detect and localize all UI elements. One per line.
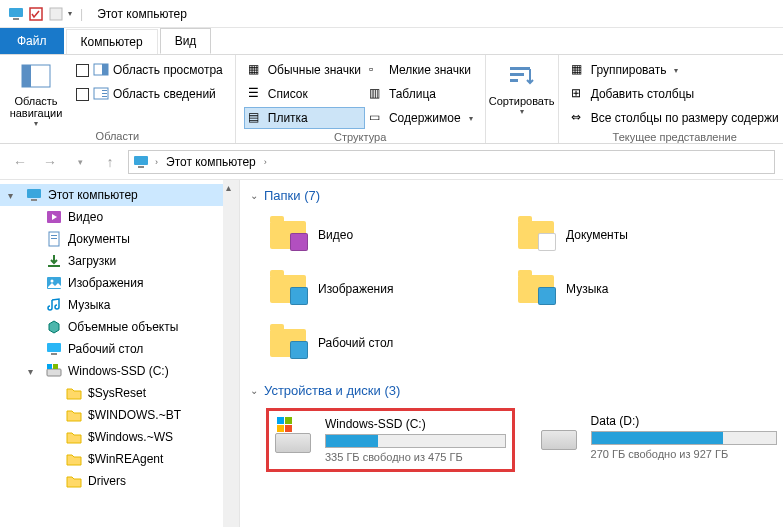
svg-rect-5 (22, 65, 31, 87)
svg-rect-23 (51, 238, 57, 239)
sidebar-item--windows-ws[interactable]: $Windows.~WS (0, 426, 239, 448)
layout-small-icons[interactable]: ▫Мелкие значки (365, 59, 477, 81)
drive-tile[interactable]: Data (D:)270 ГБ свободно из 927 ГБ (535, 408, 783, 472)
sort-button[interactable]: Сортировать ▾ (494, 59, 550, 116)
content-panel: ⌄ Папки (7) ВидеоДокументыИзображенияМуз… (240, 180, 783, 527)
preview-pane-toggle[interactable]: Область просмотра (72, 59, 227, 81)
breadcrumb-segment[interactable]: Этот компьютер (164, 155, 258, 169)
pc-icon (26, 187, 42, 203)
folder-tile[interactable]: Видео (266, 213, 494, 257)
add-columns-button[interactable]: ⊞Добавить столбцы (567, 83, 783, 105)
sidebar-item-windows-ssd-c-[interactable]: ▾Windows-SSD (C:) (0, 360, 239, 382)
sidebar-item-объемные-объекты[interactable]: Объемные объекты (0, 316, 239, 338)
chevron-right-icon[interactable]: › (153, 157, 160, 167)
folder-tile[interactable]: Музыка (514, 267, 742, 311)
svg-rect-7 (102, 64, 108, 75)
sidebar-item-label: Изображения (68, 276, 143, 290)
checkbox-icon (76, 64, 89, 77)
content-icon: ▭ (369, 110, 385, 126)
section-folders-header[interactable]: ⌄ Папки (7) (250, 188, 783, 203)
ribbon-group-current-view: ▦Группировать▾ ⊞Добавить столбцы ⇔Все ст… (559, 55, 783, 143)
drive-free-text: 270 ГБ свободно из 927 ГБ (591, 448, 777, 460)
details-label: Область сведений (113, 87, 216, 101)
sort-icon (506, 61, 538, 93)
folder-tile[interactable]: Изображения (266, 267, 494, 311)
nav-recent-button[interactable]: ▾ (68, 150, 92, 174)
nav-panel-label: Область навигации (8, 95, 64, 119)
nav-up-button[interactable]: ↑ (98, 150, 122, 174)
tab-file[interactable]: Файл (0, 28, 64, 54)
qat-item-icon[interactable] (48, 6, 64, 22)
scrollbar[interactable] (223, 180, 239, 527)
details-icon (93, 86, 109, 102)
svg-rect-9 (102, 90, 107, 91)
main-area: ▾Этот компьютерВидеоДокументыЗагрузкиИзо… (0, 180, 783, 527)
layout-list[interactable]: ☰Список (244, 83, 365, 105)
svg-rect-24 (48, 265, 60, 267)
folder-tile[interactable]: Рабочий стол (266, 321, 494, 365)
layout-regular-icons[interactable]: ▦Обычные значки (244, 59, 365, 81)
group-by-button[interactable]: ▦Группировать▾ (567, 59, 783, 81)
folder-label: Видео (318, 228, 353, 242)
section-title: Папки (7) (264, 188, 320, 203)
expand-icon[interactable]: ▾ (8, 190, 20, 201)
group-label: Структура (244, 129, 477, 143)
layout-content[interactable]: ▭Содержимое▾ (365, 107, 477, 129)
down-icon (46, 253, 62, 269)
sidebar-item-label: Документы (68, 232, 130, 246)
svg-rect-28 (51, 353, 57, 355)
layout-table[interactable]: ▥Таблица (365, 83, 477, 105)
sidebar-item--sysreset[interactable]: $SysReset (0, 382, 239, 404)
window-title: Этот компьютер (97, 7, 187, 21)
fit-columns-button[interactable]: ⇔Все столбцы по размеру содержи (567, 107, 783, 129)
sidebar-item--winreagent[interactable]: $WinREAgent (0, 448, 239, 470)
breadcrumb[interactable]: › Этот компьютер › (128, 150, 775, 174)
nav-panel-button[interactable]: Область навигации ▾ (8, 59, 64, 128)
sidebar-item-label: Windows-SSD (C:) (68, 364, 169, 378)
svg-rect-0 (9, 8, 23, 17)
sidebar-item-загрузки[interactable]: Загрузки (0, 250, 239, 272)
details-pane-toggle[interactable]: Область сведений (72, 83, 227, 105)
svg-rect-13 (510, 73, 524, 76)
sidebar-item-музыка[interactable]: Музыка (0, 294, 239, 316)
sidebar-item-label: $WINDOWS.~BT (88, 408, 181, 422)
expand-icon[interactable]: ▾ (28, 366, 40, 377)
tab-computer[interactable]: Компьютер (66, 29, 158, 54)
video-icon (46, 209, 62, 225)
sidebar-item-видео[interactable]: Видео (0, 206, 239, 228)
ribbon: Область навигации ▾ Область просмотра Об… (0, 54, 783, 144)
music-icon (46, 297, 62, 313)
section-drives-header[interactable]: ⌄ Устройства и диски (3) (250, 383, 783, 398)
folder-tile[interactable]: Документы (514, 213, 742, 257)
group-label (494, 139, 550, 141)
sidebar-item-документы[interactable]: Документы (0, 228, 239, 250)
ribbon-group-layout: ▦Обычные значки ☰Список ▤Плитка ▫Мелкие … (236, 55, 486, 143)
qat-properties-icon[interactable] (28, 6, 44, 22)
folder-icon (270, 271, 310, 307)
desk-icon (46, 341, 62, 357)
drive-tile[interactable]: Windows-SSD (C:)335 ГБ свободно из 475 Г… (266, 408, 515, 472)
chevron-right-icon[interactable]: › (262, 157, 269, 167)
layout-tile[interactable]: ▤Плитка (244, 107, 365, 129)
pc-icon (133, 154, 149, 170)
sidebar-item-drivers[interactable]: Drivers (0, 470, 239, 492)
sidebar-item-изображения[interactable]: Изображения (0, 272, 239, 294)
sidebar-item--windows-bt[interactable]: $WINDOWS.~BT (0, 404, 239, 426)
pc-icon (8, 6, 24, 22)
svg-rect-1 (13, 18, 19, 20)
dropdown-icon: ▾ (674, 66, 678, 75)
folder-label: Изображения (318, 282, 393, 296)
sidebar-item-этот-компьютер[interactable]: ▾Этот компьютер (0, 184, 239, 206)
svg-rect-17 (27, 189, 41, 198)
titlebar: ▾ | Этот компьютер (0, 0, 783, 28)
svg-rect-32 (277, 417, 284, 424)
qat-dropdown-icon[interactable]: ▾ (68, 9, 72, 18)
nav-back-button[interactable]: ← (8, 150, 32, 174)
svg-rect-11 (102, 96, 107, 97)
tab-view[interactable]: Вид (160, 28, 212, 54)
sidebar: ▾Этот компьютерВидеоДокументыЗагрузкиИзо… (0, 180, 240, 527)
preview-label: Область просмотра (113, 63, 223, 77)
svg-rect-14 (510, 79, 518, 82)
nav-forward-button[interactable]: → (38, 150, 62, 174)
sidebar-item-рабочий-стол[interactable]: Рабочий стол (0, 338, 239, 360)
